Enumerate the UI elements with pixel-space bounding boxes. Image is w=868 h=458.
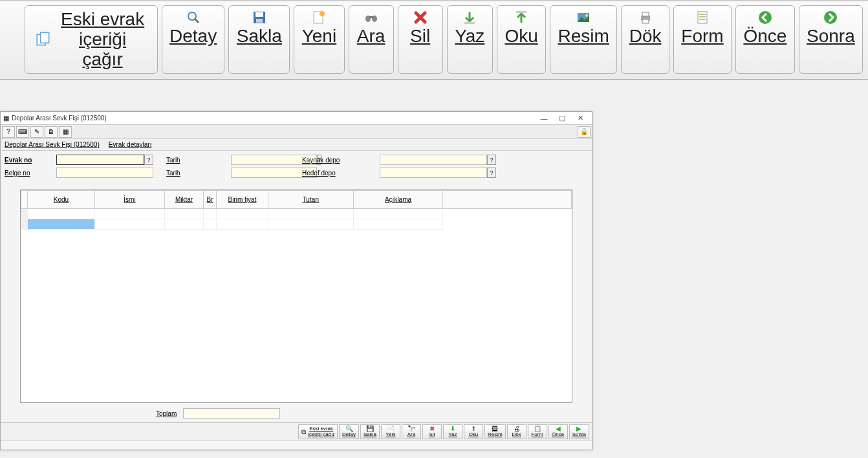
sakla-button[interactable]: Sakla — [228, 5, 290, 74]
yeni-label: Yeni — [302, 27, 336, 47]
titlebar: ▦ Depolar Arası Sevk Fişi (012500) ― ▢ ✕ — [1, 112, 592, 125]
bottom-once-button[interactable]: ◀Önce — [548, 424, 568, 439]
col-birim-fiyat[interactable]: Birim fiyat — [217, 191, 268, 209]
sonra-label: Sonra — [807, 27, 855, 47]
svg-rect-12 — [369, 16, 373, 18]
statusbar — [1, 441, 592, 450]
lock-button[interactable]: 🔓 — [578, 126, 591, 138]
ara-button[interactable]: Ara — [349, 5, 394, 74]
kaynak-depo-input[interactable] — [380, 155, 487, 165]
evrak-no-lookup-button[interactable]: ? — [144, 155, 153, 165]
col-ismi[interactable]: İsmi — [95, 191, 165, 209]
form-button[interactable]: Form — [673, 5, 732, 74]
bottom-yeni-button[interactable]: 📄Yeni — [381, 424, 400, 439]
form-label: Form — [681, 27, 723, 47]
keyboard-mini-button[interactable]: ⌨ — [16, 126, 29, 138]
save-icon — [250, 8, 268, 27]
yaz-button[interactable]: Yaz — [447, 5, 493, 74]
yeni-button[interactable]: Yeni — [294, 5, 344, 74]
resim-button[interactable]: Resim — [550, 5, 617, 74]
bottom-recall-button[interactable]: ⧉ Eski evrak içeriği çağır — [298, 424, 338, 439]
down-arrow-icon — [461, 8, 479, 27]
sonra-button[interactable]: Sonra — [799, 5, 863, 74]
svg-rect-1 — [40, 32, 49, 43]
col-tutari[interactable]: Tutarı — [268, 191, 354, 209]
tarih2-label: Tarih — [166, 169, 218, 177]
minimize-button[interactable]: ― — [535, 114, 553, 122]
bottom-resim-button[interactable]: 🖼Resim — [484, 424, 506, 439]
toplam-input[interactable] — [183, 408, 280, 419]
help-mini-button[interactable]: ? — [2, 126, 15, 138]
col-kodu[interactable]: Kodu — [28, 191, 95, 209]
bottom-toolbar: ⧉ Eski evrak içeriği çağır 🔍Detay 💾Sakla… — [1, 422, 592, 441]
col-aciklama[interactable]: Açıklama — [354, 191, 443, 209]
page-mini-button[interactable]: 🗎 — [45, 126, 58, 138]
bottom-sakla-button[interactable]: 💾Sakla — [360, 424, 380, 439]
grid-mini-button[interactable]: ▦ — [59, 126, 72, 138]
bottom-form-button[interactable]: 📋Form — [528, 424, 547, 439]
bottom-dok-button[interactable]: 🖨Dök — [507, 424, 526, 439]
svg-point-17 — [585, 14, 588, 17]
form-area: Evrak no ? Tarih ? Kaynak depo ? Belge n… — [1, 151, 592, 178]
evrak-no-input[interactable] — [56, 155, 144, 165]
oku-button[interactable]: Oku — [497, 5, 546, 74]
window-title: Depolar Arası Sevk Fişi (012500) — [12, 114, 535, 122]
bottom-ara-button[interactable]: 🔭Ara — [402, 424, 421, 439]
svg-line-3 — [195, 19, 199, 23]
tabs: Depolar Arası Sevk Fişi (012500) Evrak d… — [1, 139, 592, 151]
detay-button[interactable]: Detay — [162, 5, 225, 74]
right-arrow-icon — [821, 8, 840, 27]
copy-icon: ⧉ — [301, 429, 306, 435]
hedef-depo-input[interactable] — [380, 168, 487, 178]
toplam-label: Toplam — [156, 410, 177, 417]
print-icon — [636, 8, 655, 27]
detay-label: Detay — [169, 27, 217, 47]
table-row[interactable] — [21, 209, 572, 219]
maximize-button[interactable]: ▢ — [553, 114, 571, 122]
image-icon — [574, 8, 592, 27]
edit-mini-button[interactable]: ✎ — [30, 126, 43, 138]
bottom-sil-button[interactable]: ✖Sil — [422, 424, 442, 439]
bottom-yaz-button[interactable]: ⬇Yaz — [443, 424, 462, 439]
sil-label: Sil — [410, 27, 430, 47]
dok-button[interactable]: Dök — [621, 5, 669, 74]
col-miktar[interactable]: Miktar — [165, 191, 204, 209]
kaynak-depo-lookup-button[interactable]: ? — [487, 155, 496, 165]
selected-cell[interactable] — [28, 219, 95, 230]
binoculars-icon — [362, 8, 380, 27]
bottom-sonra-button[interactable]: ▶Sonra — [569, 424, 589, 439]
delete-icon — [411, 8, 429, 27]
yaz-label: Yaz — [455, 27, 484, 47]
hedef-depo-lookup-button[interactable]: ? — [487, 168, 496, 178]
grid-header-row: Kodu İsmi Miktar Br Birim fiyat Tutarı A… — [21, 191, 572, 209]
svg-rect-19 — [642, 12, 649, 16]
svg-point-25 — [759, 11, 772, 24]
kaynak-depo-label: Kaynak depo — [302, 157, 367, 164]
bottom-oku-button[interactable]: ⬆Oku — [464, 424, 483, 439]
resim-label: Resim — [558, 27, 609, 47]
child-window: ▦ Depolar Arası Sevk Fişi (012500) ― ▢ ✕… — [0, 111, 592, 450]
svg-rect-14 — [516, 11, 526, 13]
tab-details[interactable]: Evrak detayları — [109, 141, 152, 148]
once-button[interactable]: Önce — [735, 5, 795, 74]
recall-button[interactable]: Eski evrak içeriği çağır — [25, 5, 158, 74]
form-icon — [693, 8, 711, 27]
table-row[interactable] — [21, 219, 572, 230]
left-arrow-icon — [756, 8, 774, 27]
recall-label: Eski evrak içeriği çağır — [57, 10, 147, 69]
col-br[interactable]: Br — [204, 191, 217, 209]
svg-rect-20 — [642, 19, 649, 23]
close-button[interactable]: ✕ — [571, 114, 589, 122]
up-arrow-icon — [512, 8, 530, 27]
tab-main[interactable]: Depolar Arası Sevk Fişi (012500) — [5, 141, 100, 148]
tarih1-label: Tarih — [166, 157, 218, 164]
svg-rect-5 — [255, 12, 263, 17]
svg-rect-21 — [698, 12, 707, 23]
bottom-detay-button[interactable]: 🔍Detay — [339, 424, 359, 439]
svg-rect-13 — [464, 22, 475, 24]
belge-no-input[interactable] — [56, 168, 153, 178]
sil-button[interactable]: Sil — [398, 5, 443, 74]
new-icon — [310, 8, 328, 27]
once-label: Önce — [743, 27, 787, 47]
data-grid[interactable]: Kodu İsmi Miktar Br Birim fiyat Tutarı A… — [20, 190, 572, 403]
